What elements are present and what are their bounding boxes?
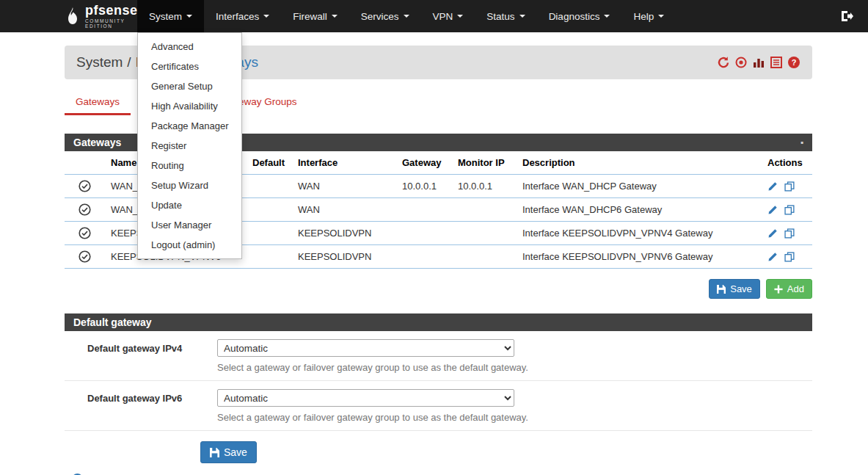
col-default: Default bbox=[247, 151, 292, 175]
copy-icon[interactable] bbox=[784, 228, 795, 239]
menu-item-certificates[interactable]: Certificates bbox=[138, 57, 241, 76]
default-gateway-ipv6-row: Default gateway IPv6 Automatic Select a … bbox=[65, 381, 812, 431]
status-dot-icon[interactable] bbox=[734, 56, 748, 69]
default-gateway-ipv6-help: Select a gateway or failover gateway gro… bbox=[217, 412, 528, 423]
nav-item-system[interactable]: System bbox=[137, 0, 204, 32]
tab-gateways[interactable]: Gateways bbox=[65, 90, 131, 115]
default-gateway-ipv4-select[interactable]: Automatic bbox=[217, 339, 514, 357]
edit-pencil-icon[interactable] bbox=[767, 228, 778, 239]
default-gateway-panel-title: Default gateway bbox=[73, 316, 152, 328]
nav-item-label: VPN bbox=[433, 11, 453, 22]
menu-item-routing[interactable]: Routing bbox=[138, 156, 241, 175]
default-gateway-panel-header: Default gateway bbox=[65, 313, 812, 331]
caret-down-icon bbox=[658, 15, 664, 18]
monitoring-chart-icon[interactable] bbox=[752, 56, 765, 69]
system-dropdown-menu: Advanced Certificates General Setup High… bbox=[137, 32, 242, 259]
gateway-default bbox=[247, 198, 292, 222]
help-icon[interactable]: ? bbox=[787, 56, 800, 69]
gateway-default bbox=[247, 175, 292, 198]
menu-item-update[interactable]: Update bbox=[138, 195, 241, 215]
gateway-interface: KEEPSOLIDVPN bbox=[292, 245, 396, 269]
brand-name: pfsense bbox=[85, 4, 138, 17]
form-actions: Save bbox=[200, 441, 868, 463]
menu-item-high-availability[interactable]: High Availability bbox=[138, 96, 241, 116]
check-circle-icon bbox=[79, 180, 91, 192]
gateway-interface: WAN bbox=[292, 175, 396, 198]
gateways-actions-bar: Save Add bbox=[65, 279, 812, 299]
nav-item-vpn[interactable]: VPN bbox=[421, 0, 475, 32]
save-button-label: Save bbox=[730, 283, 752, 294]
menu-item-package-manager[interactable]: Package Manager bbox=[138, 116, 241, 136]
breadcrumb-system[interactable]: System bbox=[76, 54, 123, 70]
gateway-description: Interface KEEPSOLIDVPN_VPNV4 Gateway bbox=[517, 222, 762, 245]
copy-icon[interactable] bbox=[784, 252, 795, 262]
caret-down-icon bbox=[404, 15, 409, 18]
copy-icon[interactable] bbox=[784, 181, 795, 192]
gateway-address bbox=[396, 198, 452, 222]
gateway-address bbox=[396, 222, 452, 245]
gateway-monitor-ip bbox=[452, 198, 517, 222]
save-icon bbox=[210, 448, 219, 457]
menu-item-general-setup[interactable]: General Setup bbox=[138, 76, 241, 96]
caret-down-icon bbox=[604, 15, 610, 18]
nav-item-label: System bbox=[149, 11, 182, 22]
gateway-description: Interface KEEPSOLIDVPN_VPNV6 Gateway bbox=[517, 245, 762, 269]
nav-item-services[interactable]: Services bbox=[349, 0, 421, 32]
save-default-gateway-button[interactable]: Save bbox=[200, 441, 257, 463]
save-icon bbox=[717, 285, 726, 294]
top-navbar: pfsense COMMUNITY EDITION System Interfa… bbox=[0, 0, 868, 32]
caret-down-icon bbox=[186, 15, 192, 18]
check-circle-icon bbox=[79, 250, 91, 263]
copy-icon[interactable] bbox=[784, 205, 795, 215]
menu-item-logout[interactable]: Logout (admin) bbox=[138, 235, 241, 255]
pfsense-logo[interactable]: pfsense COMMUNITY EDITION bbox=[0, 0, 137, 32]
nav-item-firewall[interactable]: Firewall bbox=[281, 0, 349, 32]
edit-pencil-icon[interactable] bbox=[767, 252, 778, 262]
refresh-icon[interactable] bbox=[717, 56, 730, 69]
svg-text:?: ? bbox=[792, 58, 797, 67]
nav-item-help[interactable]: Help bbox=[621, 0, 676, 32]
caret-down-icon bbox=[519, 15, 525, 18]
nav-item-label: Interfaces bbox=[216, 11, 259, 22]
flame-logo-icon bbox=[65, 7, 81, 26]
nav-item-status[interactable]: Status bbox=[475, 0, 536, 32]
gateway-description: Interface WAN_DHCP Gateway bbox=[517, 175, 762, 198]
nav-item-diagnostics[interactable]: Diagnostics bbox=[537, 0, 622, 32]
default-gateway-ipv4-row: Default gateway IPv4 Automatic Select a … bbox=[65, 331, 812, 381]
menu-item-advanced[interactable]: Advanced bbox=[138, 37, 241, 57]
gateway-address: 10.0.0.1 bbox=[396, 175, 452, 198]
gateway-default bbox=[247, 222, 292, 245]
save-button[interactable]: Save bbox=[709, 279, 760, 299]
add-button[interactable]: Add bbox=[766, 279, 812, 299]
plus-icon bbox=[774, 285, 783, 294]
save-button-label: Save bbox=[224, 446, 247, 458]
nav-item-label: Firewall bbox=[293, 11, 327, 22]
menu-item-register[interactable]: Register bbox=[138, 136, 241, 156]
col-gateway: Gateway bbox=[396, 151, 452, 175]
menu-item-setup-wizard[interactable]: Setup Wizard bbox=[138, 175, 241, 195]
edit-pencil-icon[interactable] bbox=[767, 181, 778, 192]
collapse-panel-icon[interactable]: ▪ bbox=[800, 137, 803, 148]
brand-edition: COMMUNITY EDITION bbox=[85, 19, 138, 29]
add-button-label: Add bbox=[787, 283, 804, 294]
default-gateway-panel: Default gateway Default gateway IPv4 Aut… bbox=[65, 313, 812, 431]
default-gateway-ipv6-select[interactable]: Automatic bbox=[217, 389, 514, 407]
menu-item-user-manager[interactable]: User Manager bbox=[138, 215, 241, 235]
gateway-address bbox=[396, 245, 452, 269]
main-menu: System Interfaces Firewall Services VPN … bbox=[137, 0, 676, 32]
edit-pencil-icon[interactable] bbox=[767, 205, 778, 215]
nav-item-label: Services bbox=[361, 11, 399, 22]
nav-item-interfaces[interactable]: Interfaces bbox=[204, 0, 281, 32]
logout-icon[interactable] bbox=[841, 10, 853, 22]
gateway-default bbox=[247, 245, 292, 269]
breadcrumb-separator: / bbox=[123, 54, 135, 70]
log-icon[interactable] bbox=[770, 56, 783, 69]
gateway-interface: WAN bbox=[292, 198, 396, 222]
col-monitor-ip: Monitor IP bbox=[452, 151, 517, 175]
nav-item-label: Help bbox=[633, 11, 654, 22]
default-gateway-ipv4-help: Select a gateway or failover gateway gro… bbox=[217, 362, 528, 373]
gateway-monitor-ip bbox=[452, 222, 517, 245]
caret-down-icon bbox=[263, 15, 269, 18]
caret-down-icon bbox=[332, 15, 338, 18]
default-gateway-ipv4-label: Default gateway IPv4 bbox=[87, 339, 194, 373]
